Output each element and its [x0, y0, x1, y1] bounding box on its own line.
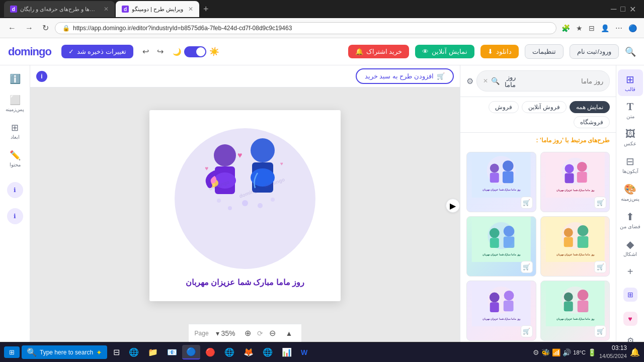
url-input[interactable]	[73, 25, 549, 32]
tab-close-2[interactable]: ✕	[188, 6, 193, 13]
canvas-design[interactable]: ♥ ♥ ♥ domingo	[149, 110, 341, 301]
taskbar-edge[interactable]: 🌐	[125, 345, 143, 359]
chip-shop[interactable]: فروشگاه	[574, 116, 610, 128]
search-input-value: روز ماما	[503, 73, 516, 88]
tab-active[interactable]: d ویرایش طرح | دومینگو ✕	[116, 1, 199, 17]
design-main-text: روز ماما مبارک شما عزیزان مهربان	[186, 278, 304, 287]
right-tool-settings[interactable]: ⚙	[618, 332, 643, 342]
undo-button[interactable]: ↩	[139, 45, 152, 58]
chip-store[interactable]: فروش	[489, 101, 519, 113]
left-tool-info2[interactable]: ℹ	[2, 178, 28, 202]
extensions-button[interactable]: 🧩	[559, 22, 572, 34]
taskbar-firefox[interactable]: 🦊	[239, 345, 258, 359]
settings-button[interactable]: تنظیمات	[525, 44, 564, 59]
chip-show-all[interactable]: نمایش همه	[570, 101, 610, 113]
save-button[interactable]: ✓ تغییرات ذخیره شد	[61, 45, 133, 58]
svg-text:روز ماما مبارک شما عزیزان مهرب: روز ماما مبارک شما عزیزان مهربان	[482, 188, 521, 192]
right-tool-upload[interactable]: ⬆ فضای من	[618, 207, 643, 233]
close-browser-button[interactable]: ✕	[629, 5, 636, 14]
left-tool-content[interactable]: ✏️ محتوا	[2, 146, 28, 171]
back-button[interactable]: ←	[5, 22, 19, 35]
canvas-scroll-controls: ▲	[283, 328, 296, 338]
start-button[interactable]: ⊞	[4, 346, 20, 358]
right-tool-special-1[interactable]: ⊞	[618, 284, 643, 306]
template-card-2[interactable]: روز ماما مبارک شما عزیزان مهربان 🛒	[540, 152, 610, 212]
left-tool-info[interactable]: ℹ️	[2, 69, 28, 88]
template-cart-button-6[interactable]: 🛒	[594, 325, 606, 337]
tray-network-icon[interactable]: 📶	[552, 348, 560, 356]
login-button[interactable]: ورود/ثبت نام	[570, 44, 619, 59]
minimize-button[interactable]: ─	[611, 5, 616, 14]
collections-button[interactable]: ⊟	[587, 22, 597, 34]
zoom-out-button[interactable]: ⊖	[266, 327, 279, 339]
theme-toggle[interactable]	[184, 46, 206, 57]
template-preview-6: روز ماما مبارک شما عزیزان مهربان	[541, 281, 610, 326]
template-card-3[interactable]: روز ماما مبارک شما عزیزان مهربان 🛒	[466, 216, 536, 277]
template-search-input[interactable]	[519, 77, 603, 85]
template-cart-button-5[interactable]: 🛒	[521, 325, 533, 337]
template-card-4[interactable]: روز ماما مبارک شما عزیزان مهربان 🛒	[540, 216, 610, 277]
taskbar-task-view[interactable]: ⊟	[109, 345, 124, 359]
svg-text:روز ماما مبارک شما عزیزان مهرب: روز ماما مبارک شما عزیزان مهربان	[556, 253, 594, 256]
tray-sound-icon[interactable]: 🔊	[562, 348, 571, 356]
template-cart-button-1[interactable]: 🛒	[521, 197, 533, 209]
maximize-button[interactable]: □	[620, 5, 625, 14]
zoom-loading-icon: ⟳	[257, 329, 263, 337]
chip-online-store[interactable]: فروش آنلاین	[522, 101, 566, 113]
right-tool-add[interactable]: +	[618, 262, 643, 282]
template-cart-button-4[interactable]: 🛒	[594, 261, 606, 273]
info-circle-button[interactable]: i	[36, 71, 47, 82]
taskbar-chrome[interactable]: 🔵	[182, 345, 200, 359]
left-tool-dimensions[interactable]: ⊞ ابعاد	[2, 118, 28, 144]
template-card-5[interactable]: روز ماما مبارک شما عزیزان مهربان 🛒	[466, 281, 536, 341]
profile-button[interactable]: 👤	[599, 22, 611, 34]
zoom-dropdown-button[interactable]: ▾ 35%	[213, 328, 238, 338]
template-card-1[interactable]: روز ماما مبارک شما عزیزان مهربان 🛒	[466, 152, 536, 212]
right-tool-background[interactable]: 🎨 پس‌زمینه	[618, 179, 643, 206]
scroll-up-button[interactable]: ▲	[283, 328, 296, 338]
right-tool-text[interactable]: T متن	[618, 97, 643, 123]
left-tool-background[interactable]: ⬜ پس‌زمینه	[2, 90, 28, 116]
template-cart-button-3[interactable]: 🛒	[521, 261, 533, 273]
taskbar-paint[interactable]: 🔴	[201, 345, 219, 359]
download-button[interactable]: ⬇ دانلود	[480, 45, 519, 58]
taskbar-word[interactable]: W	[297, 346, 311, 358]
taskbar-icons: ⊟ 🌐 📁 📧 🔵 🔴 🌐 🦊 🌐 📊 W	[109, 345, 311, 359]
edge-copilot-button[interactable]: 🔵	[626, 22, 639, 34]
taskbar-browser3[interactable]: 🌐	[259, 345, 277, 359]
lock-icon: 🔒	[62, 25, 70, 32]
right-tool-template[interactable]: ⊞ قالب	[618, 69, 643, 96]
template-card-6[interactable]: روز ماما مبارک شما عزیزان مهربان 🛒	[540, 281, 610, 341]
collapse-panel-button[interactable]: ▶	[446, 199, 460, 213]
zoom-in-button[interactable]: ⊕	[242, 327, 254, 339]
taskbar-mail[interactable]: 📧	[163, 345, 181, 359]
svg-point-28	[565, 164, 574, 173]
filter-button[interactable]: ⚙	[466, 76, 473, 86]
left-tool-info3[interactable]: ℹ	[2, 204, 28, 228]
favorites-button[interactable]: ★	[574, 22, 585, 34]
notification-icon[interactable]: 🔔	[630, 347, 640, 357]
new-tab-button[interactable]: +	[200, 4, 212, 15]
tab-favicon-1: d	[10, 6, 17, 13]
redo-button[interactable]: ↪	[154, 45, 167, 58]
tray-bee-icon[interactable]: 🐝	[541, 348, 550, 356]
right-tool-special-2[interactable]: ♥	[618, 308, 643, 330]
header-search-icon[interactable]: 🔍	[625, 46, 636, 57]
taskbar-excel[interactable]: 📊	[278, 345, 296, 359]
tab-inactive[interactable]: d قالب‌ها و طرح‌های حرفه‌ای و رایگان ✕	[4, 1, 115, 17]
template-cart-button-2[interactable]: 🛒	[594, 197, 606, 209]
subscribe-button[interactable]: 🔔 خرید اشتراک	[348, 45, 410, 58]
taskbar-explorer[interactable]: 📁	[144, 345, 162, 359]
add-to-cart-button[interactable]: 🛒 افزودن طرح به سبد خرید	[356, 68, 454, 84]
tray-settings-icon[interactable]: ⚙	[533, 348, 539, 356]
settings-dots-button[interactable]: ⋯	[613, 22, 624, 34]
right-tool-icons[interactable]: ⊟ آیکون‌ها	[618, 151, 643, 178]
right-tool-photo[interactable]: 🖼 عکس	[618, 124, 643, 150]
forward-button[interactable]: →	[22, 22, 36, 35]
refresh-button[interactable]: ↻	[39, 21, 52, 35]
tab-close-1[interactable]: ✕	[104, 6, 109, 13]
right-tool-shapes[interactable]: ◆ اشکال	[618, 234, 643, 261]
preview-button[interactable]: 👁 نمایش آنلاین	[415, 45, 474, 58]
taskbar-browser2[interactable]: 🌐	[220, 345, 238, 359]
search-bar-taskbar[interactable]: 🔍 Type here to search ✦	[22, 345, 107, 359]
